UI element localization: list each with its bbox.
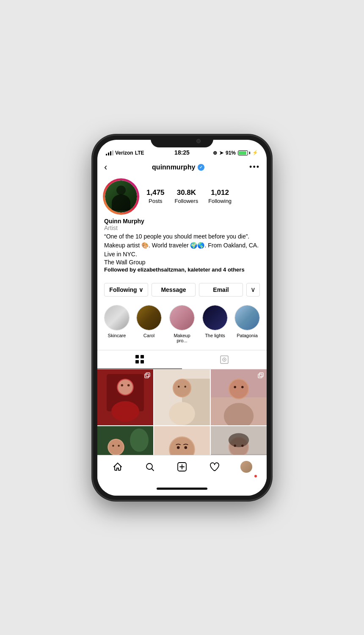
- highlight-carol-label: Carol: [143, 333, 154, 338]
- highlight-patagonia-label: Patagonia: [237, 333, 258, 338]
- more-button[interactable]: ∨: [246, 283, 260, 297]
- grid-item-1[interactable]: [97, 369, 153, 425]
- nav-home[interactable]: [108, 457, 128, 477]
- grid-item-2[interactable]: [154, 369, 210, 425]
- home-indicator: [97, 482, 267, 496]
- nav-search[interactable]: [140, 457, 160, 477]
- bio-agency[interactable]: The Wall Group: [104, 259, 260, 266]
- svg-point-53: [241, 444, 244, 447]
- action-buttons: Following ∨ Message Email ∨: [104, 283, 260, 297]
- posts-stat[interactable]: 1,475 Posts: [146, 189, 165, 205]
- profile-section: 1,475 Posts 30.8K Followers 1,012 Follow…: [97, 176, 267, 278]
- profile-header: ‹ quinnmurphy ✓ •••: [97, 158, 267, 176]
- following-stat[interactable]: 1,012 Following: [208, 189, 232, 205]
- svg-rect-14: [145, 374, 149, 378]
- tab-grid[interactable]: [97, 350, 182, 369]
- status-right: ⊕ ➤ 91% ⚡: [213, 150, 258, 156]
- highlight-skincare[interactable]: Skincare: [104, 305, 130, 343]
- following-label: Following: [208, 198, 232, 204]
- svg-rect-2: [135, 360, 139, 363]
- svg-rect-31: [259, 373, 263, 377]
- profile-stats: 1,475 Posts 30.8K Followers 1,012 Follow…: [146, 189, 232, 205]
- profile-top: 1,475 Posts 30.8K Followers 1,012 Follow…: [104, 180, 260, 214]
- highlight-patagonia[interactable]: Patagonia: [234, 305, 260, 343]
- email-button[interactable]: Email: [199, 283, 243, 297]
- verified-badge: ✓: [198, 164, 204, 171]
- svg-line-55: [152, 469, 154, 471]
- highlight-carol[interactable]: Carol: [136, 305, 162, 343]
- multi-post-icon-3: [257, 372, 264, 379]
- battery-icon: [238, 150, 250, 155]
- bio-section: Quinn Murphy Artist “One of the 10 peopl…: [104, 218, 260, 273]
- profile-avatar-nav: [240, 461, 252, 473]
- svg-point-13: [127, 384, 130, 386]
- svg-point-39: [130, 428, 149, 452]
- avatar: [105, 180, 137, 213]
- highlight-lights[interactable]: The lights: [202, 305, 228, 343]
- multi-post-icon: [144, 372, 151, 379]
- tagged-icon: [220, 355, 229, 364]
- search-icon: [145, 462, 155, 472]
- followers-stat[interactable]: 30.8K Followers: [175, 189, 199, 205]
- message-button[interactable]: Message: [152, 283, 196, 297]
- bio-name: Quinn Murphy: [104, 218, 260, 225]
- battery-pct: 91%: [226, 150, 236, 156]
- grid-item-6[interactable]: [211, 426, 267, 455]
- highlight-lights-label: The lights: [205, 333, 225, 338]
- nav-heart[interactable]: [204, 457, 224, 477]
- highlight-skincare-label: Skincare: [108, 333, 126, 338]
- svg-rect-3: [141, 360, 144, 363]
- charging-icon: ⚡: [252, 150, 258, 155]
- highlight-makeup-label: Makeup pro...: [168, 333, 196, 343]
- network-label: LTE: [135, 150, 144, 156]
- svg-point-38: [118, 445, 119, 446]
- bio-followed-by: Followed by elizabethsaltzman, kaleteter…: [104, 266, 260, 273]
- nav-add[interactable]: [172, 457, 192, 477]
- svg-point-20: [174, 380, 190, 397]
- grid-item-4[interactable]: [97, 426, 153, 455]
- grid-item-3[interactable]: [211, 369, 267, 425]
- status-left: Verizon LTE: [106, 150, 144, 156]
- grid-item-5[interactable]: [154, 426, 210, 455]
- svg-point-27: [229, 380, 248, 398]
- bottom-nav: [97, 455, 267, 482]
- svg-rect-0: [135, 355, 139, 358]
- svg-point-29: [241, 386, 244, 388]
- svg-point-12: [121, 384, 124, 386]
- app-content: ‹ quinnmurphy ✓ •••: [97, 158, 267, 455]
- username-label: quinnmurphy: [152, 164, 195, 171]
- highlight-makeup[interactable]: Makeup pro...: [168, 305, 196, 343]
- svg-point-44: [177, 446, 180, 449]
- back-button[interactable]: ‹: [104, 162, 107, 173]
- svg-point-19: [169, 402, 195, 425]
- globe-icon: ⊕: [213, 150, 217, 156]
- grid-icon: [135, 355, 144, 364]
- notification-dot: [254, 474, 257, 478]
- tab-tagged[interactable]: [182, 350, 267, 369]
- avatar-inner: [105, 180, 137, 213]
- avatar-wrapper[interactable]: [104, 180, 138, 214]
- carrier-label: Verizon: [115, 150, 133, 156]
- following-button[interactable]: Following ∨: [104, 283, 148, 297]
- bio-title: Artist: [104, 225, 260, 231]
- svg-rect-30: [258, 374, 262, 378]
- header-username: quinnmurphy ✓: [152, 164, 204, 171]
- highlights-row: Skincare Carol Makeup pro...: [97, 302, 267, 350]
- home-bar: [157, 488, 207, 490]
- photo-grid: [97, 369, 267, 455]
- svg-point-10: [111, 401, 139, 421]
- nav-profile[interactable]: [236, 457, 256, 477]
- svg-point-28: [234, 386, 236, 388]
- svg-rect-15: [146, 373, 150, 377]
- svg-rect-1: [141, 355, 144, 358]
- posts-label: Posts: [149, 198, 163, 204]
- more-options-button[interactable]: •••: [249, 163, 260, 172]
- svg-point-36: [108, 439, 123, 454]
- bio-quote: “One of the 10 people you should meet be…: [104, 232, 260, 259]
- svg-point-21: [178, 385, 179, 387]
- followers-count: 30.8K: [175, 189, 199, 197]
- location-icon: ➤: [219, 150, 223, 156]
- content-tab-bar: [97, 350, 267, 369]
- svg-point-6: [224, 359, 225, 360]
- heart-icon: [209, 462, 219, 472]
